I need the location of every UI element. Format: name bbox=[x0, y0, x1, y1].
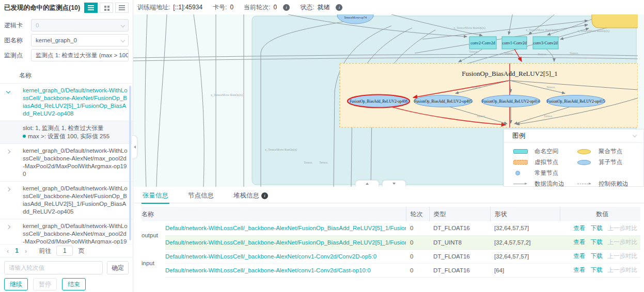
svg-text:x_TensorMove RunOp(x): x_TensorMove RunOp(x) bbox=[577, 29, 609, 33]
view-link[interactable]: 查看 bbox=[574, 253, 586, 259]
expand-panel-button[interactable] bbox=[355, 180, 379, 187]
arrow-down-icon bbox=[392, 183, 396, 185]
list-item[interactable]: kernel_graph_0/Default/network-WithLossC… bbox=[0, 219, 133, 244]
tensor-link[interactable]: Default/network-WithLossCell/_backbone-A… bbox=[165, 253, 376, 259]
view-toggle-grid[interactable] bbox=[100, 3, 113, 13]
menu-view-icon bbox=[119, 5, 125, 6]
dataflow-edge-swatch bbox=[513, 184, 527, 184]
list-item[interactable]: kernel_graph_0/Default/network-WithLossC… bbox=[0, 84, 133, 121]
control-edge-swatch bbox=[577, 184, 591, 184]
view-link[interactable]: 查看 bbox=[574, 267, 586, 273]
svg-text:Tensor.: Tensor. bbox=[546, 86, 556, 89]
tensor-table: 名称 轮次 类型 形状 数值 output Default/network-Wi… bbox=[142, 207, 640, 278]
next-page-button[interactable]: › bbox=[23, 247, 28, 255]
prev-page-button[interactable]: ‹ bbox=[5, 247, 10, 255]
logic-card-label: 逻辑卡 bbox=[4, 21, 31, 30]
node-path: kernel_graph_0/Default/network-WithLossC… bbox=[13, 185, 128, 216]
pagination: ‹ 1 › 前往 页 bbox=[0, 244, 133, 257]
chevron-collapsed-icon[interactable] bbox=[3, 222, 13, 244]
svg-text:Tensor.: Tensor. bbox=[538, 53, 547, 56]
panel-collapse-handle[interactable] bbox=[132, 135, 137, 159]
step-value-input[interactable] bbox=[4, 261, 103, 274]
chevron-down-icon bbox=[633, 133, 637, 137]
collapse-left-icon bbox=[134, 145, 136, 149]
view-link[interactable]: 查看 bbox=[574, 225, 586, 231]
legend-label: 算子节点 bbox=[599, 158, 622, 166]
list-scrollbar[interactable] bbox=[129, 86, 131, 240]
legend-header[interactable]: 图例 bbox=[504, 129, 643, 143]
list-item[interactable]: kernel_graph_0/Default/network-WithLossC… bbox=[0, 144, 133, 182]
pause-button[interactable]: 暂停 bbox=[33, 278, 57, 290]
aggregate-node[interactable] bbox=[592, 14, 638, 28]
status-info-icon[interactable]: i bbox=[336, 4, 342, 11]
slot-condition: max >: 设置值 100, 实际值 255 bbox=[23, 132, 128, 140]
goto-page-input[interactable] bbox=[56, 246, 73, 256]
view-toggle-list[interactable] bbox=[84, 3, 98, 13]
graph-canvas[interactable]: FusionOp_BiasAdd_ReLUV2[5]_1 bbox=[133, 14, 644, 187]
stack-info-icon[interactable]: i bbox=[261, 192, 268, 199]
tab-tensor-info[interactable]: 张量信息 bbox=[142, 190, 169, 203]
tensor-table-area: 名称 轮次 类型 形状 数值 output Default/network-Wi… bbox=[133, 203, 644, 278]
list-item[interactable]: kernel_graph_0/Default/network-WithLossC… bbox=[0, 182, 133, 219]
compare-link[interactable]: 上一步对比 bbox=[608, 225, 638, 231]
col-type: 类型 bbox=[429, 207, 490, 221]
download-link[interactable]: 下载 bbox=[591, 267, 603, 273]
chevron-down-icon bbox=[121, 23, 125, 27]
compare-link[interactable]: 上一步对比 bbox=[608, 239, 638, 245]
download-link[interactable]: 下载 bbox=[591, 253, 603, 259]
svg-text:Tensor.: Tensor. bbox=[472, 86, 481, 89]
view-toggle-menu[interactable] bbox=[115, 3, 129, 13]
chevron-collapsed-icon[interactable] bbox=[3, 185, 13, 216]
legend-label: 数据流向边 bbox=[535, 180, 564, 187]
compare-link[interactable]: 上一步对比 bbox=[608, 253, 638, 259]
type-cell: DT_FLOAT16 bbox=[429, 221, 490, 235]
control-buttons: 继续 暂停 结束 bbox=[0, 277, 133, 292]
step-info-icon[interactable]: i bbox=[283, 4, 290, 11]
card-value: 0 bbox=[230, 4, 233, 11]
constant-swatch bbox=[515, 171, 520, 175]
logic-card-value: 0 bbox=[36, 22, 39, 28]
op-node-label: FusionOp_BiasAdd_ReLUV2-op415 bbox=[547, 99, 605, 104]
collapse-panel-button[interactable] bbox=[382, 180, 406, 187]
continue-button[interactable]: 继续 bbox=[4, 278, 28, 290]
table-row: input Default/network-WithLossCell/_back… bbox=[142, 249, 640, 263]
step-cell: 0 bbox=[406, 235, 429, 249]
compare-link[interactable]: 上一步对比 bbox=[608, 267, 638, 273]
type-cell: DT_FLOAT16 bbox=[429, 263, 490, 277]
conv-node-label: conv3-Conv2d bbox=[533, 41, 558, 45]
stop-button[interactable]: 结束 bbox=[62, 278, 86, 290]
status-value: 就绪 bbox=[317, 3, 329, 12]
svg-text:x_TensorMove RunOp(x): x_TensorMove RunOp(x) bbox=[265, 148, 297, 152]
step-cell: 0 bbox=[406, 263, 429, 277]
panel-title: 已发现的命中的监测点(10) bbox=[4, 4, 82, 12]
svg-text:Tensor.: Tensor. bbox=[469, 50, 478, 53]
tensor-link[interactable]: Default/network-WithLossCell/_backbone-A… bbox=[165, 267, 371, 273]
fusion-region-label: FusionOp_BiasAdd_ReLUV2[5]_1 bbox=[462, 70, 558, 77]
page-number[interactable]: 1 bbox=[13, 247, 20, 254]
tab-node-info[interactable]: 节点信息 bbox=[187, 190, 215, 203]
tab-stack-info[interactable]: 堆栈信息i bbox=[232, 190, 269, 203]
chevron-expand-icon[interactable] bbox=[3, 87, 13, 118]
node-path: kernel_graph_0/Default/network-WithLossC… bbox=[13, 222, 128, 244]
tensor-link[interactable]: Default/network-WithLossCell/_backbone-A… bbox=[165, 225, 406, 231]
graph-name-select[interactable]: kernel_graph_0 bbox=[31, 34, 129, 46]
hit-node-list: kernel_graph_0/Default/network-WithLossC… bbox=[0, 84, 133, 244]
chevron-collapsed-icon[interactable] bbox=[3, 147, 13, 178]
status-label: 状态: bbox=[300, 3, 314, 12]
step-input-row: 确定 bbox=[0, 257, 133, 277]
confirm-button[interactable]: 确定 bbox=[107, 261, 129, 274]
table-row: Default/network-WithLossCell/_backbone-A… bbox=[142, 263, 640, 277]
legend-body: 命名空间 聚合节点 虚拟节点 算子节点 常量节点 数据流向边 控制依赖边 bbox=[504, 143, 643, 187]
slot-info-item[interactable]: slot: 1, 监测点 1, 检查过大张量 max >: 设置值 100, 实… bbox=[0, 121, 133, 144]
download-link[interactable]: 下载 bbox=[591, 225, 603, 231]
col-step: 轮次 bbox=[406, 207, 429, 221]
watchpoint-panel: 已发现的命中的监测点(10) 逻辑卡 0 图名称 kernel_graph_0 bbox=[0, 0, 133, 292]
legend-title: 图例 bbox=[512, 132, 525, 140]
op-node-label: FusionOp_BiasAdd_ReLUV2-op408 bbox=[350, 99, 407, 104]
logic-card-select[interactable]: 0 bbox=[31, 19, 129, 31]
download-link[interactable]: 下载 bbox=[591, 239, 603, 245]
view-link[interactable]: 查看 bbox=[574, 239, 586, 245]
graph-select-form: 逻辑卡 0 图名称 kernel_graph_0 监测点 监测点 1: 检查过大… bbox=[0, 15, 133, 65]
watchpoint-select[interactable]: 监测点 1: 检查过大张量 (max > 100) bbox=[31, 49, 129, 61]
tensor-link[interactable]: Default/network-WithLossCell/_backbone-A… bbox=[165, 239, 406, 246]
